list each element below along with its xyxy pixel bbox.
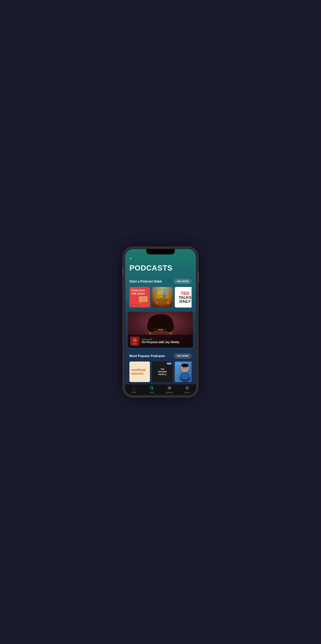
banner-podcast-name: On Purpose with Jay Shetty <box>142 340 191 344</box>
habit-section: Start a Podcast Habit SEE MORE Think Fas… <box>125 276 196 308</box>
svg-rect-3 <box>152 287 173 296</box>
back-button[interactable]: < <box>130 256 132 261</box>
svg-point-42 <box>186 386 188 390</box>
alexa-icon <box>185 386 189 391</box>
svg-point-10 <box>166 301 170 304</box>
bottom-navigation: ⌂ HOME FIND <box>125 384 196 395</box>
featured-banner[interactable]: ON PURPOSE with Jay Shetty PODCAST On Pu… <box>128 312 193 348</box>
svg-text:with Jay Shetty: with Jay Shetty <box>133 344 137 345</box>
popular-podcast-row: unofficial sources P.Log THEPASSIONPEOPL… <box>130 362 191 382</box>
home-label: HOME <box>131 391 137 393</box>
library-icon <box>167 386 171 391</box>
habit-section-title: Start a Podcast Habit <box>130 280 162 284</box>
nav-alexa[interactable]: ALEXA <box>178 386 196 394</box>
svg-line-39 <box>152 388 153 390</box>
popular-see-more-button[interactable]: SEE MORE <box>174 353 191 359</box>
svg-point-43 <box>186 388 188 388</box>
svg-point-11 <box>155 301 158 304</box>
svg-point-27 <box>133 338 137 342</box>
svg-marker-1 <box>140 302 142 304</box>
unofficial-sources-card[interactable]: unofficial sources <box>130 362 150 382</box>
svg-text:ON PURPOSE: ON PURPOSE <box>133 343 137 344</box>
ted-label: TED <box>181 291 189 296</box>
nav-find[interactable]: FIND <box>143 386 160 394</box>
speech-bubble-icon <box>138 296 149 304</box>
think-fast-card[interactable]: Think Fast Talk Smart BUSINESS <box>130 287 150 308</box>
page-title: PODCASTS <box>130 264 191 272</box>
find-icon <box>150 386 154 391</box>
svg-point-23 <box>164 329 166 330</box>
krishna-image <box>152 287 173 308</box>
nav-home[interactable]: ⌂ HOME <box>125 386 143 393</box>
passion-badge: P.Log <box>167 362 171 364</box>
daily-label: DAILY <box>179 300 191 304</box>
svg-rect-0 <box>139 296 148 302</box>
passion-people-card[interactable]: P.Log THEPASSIONPEOPLE <box>152 362 173 382</box>
svg-point-37 <box>181 364 188 367</box>
svg-point-9 <box>164 289 165 290</box>
krishna-card[interactable] <box>152 287 173 308</box>
svg-point-35 <box>183 368 184 368</box>
habit-section-header: Start a Podcast Habit SEE MORE <box>130 279 191 284</box>
notch <box>146 249 175 254</box>
person-card[interactable] <box>175 362 191 382</box>
business-tag: BUSINESS <box>131 304 139 306</box>
banner-podcast-label: PODCAST <box>142 338 191 340</box>
talks-label: TALKS <box>179 296 191 300</box>
banner-thumbnail: ON PURPOSE with Jay Shetty <box>130 336 140 346</box>
svg-point-34 <box>180 372 190 380</box>
popular-section-header: Most Popular Podcasts SEE MORE <box>130 353 191 359</box>
library-label: LIBRARY <box>165 392 173 394</box>
banner-text: PODCAST On Purpose with Jay Shetty <box>142 338 191 344</box>
think-fast-title: Think Fast Talk Smart <box>131 289 148 295</box>
popular-section: Most Popular Podcasts SEE MORE unofficia… <box>125 350 196 382</box>
banner-info-bar: ON PURPOSE with Jay Shetty PODCAST On Pu… <box>128 335 193 348</box>
popular-section-title: Most Popular Podcasts <box>130 354 165 358</box>
home-icon: ⌂ <box>133 386 135 391</box>
passion-title: THEPASSIONPEOPLE <box>158 368 167 376</box>
alexa-label: ALEXA <box>184 392 190 394</box>
habit-podcast-row: Think Fast Talk Smart BUSINESS <box>130 287 191 308</box>
phone-screen: < PODCASTS Start a Podcast Habit SEE MOR… <box>125 249 196 395</box>
screen-scroll[interactable]: < PODCASTS Start a Podcast Habit SEE MOR… <box>125 249 196 395</box>
svg-point-36 <box>186 368 187 368</box>
content-area: < PODCASTS Start a Podcast Habit SEE MOR… <box>125 249 196 386</box>
nav-library[interactable]: LIBRARY <box>160 386 178 394</box>
ted-talks-card[interactable]: TED TALKS DAILY <box>175 287 191 308</box>
find-label: FIND <box>150 392 154 394</box>
unofficial-title: unofficial sources <box>131 368 148 376</box>
habit-see-more-button[interactable]: SEE MORE <box>174 279 191 284</box>
phone-frame: < PODCASTS Start a Podcast Habit SEE MOR… <box>123 247 198 397</box>
